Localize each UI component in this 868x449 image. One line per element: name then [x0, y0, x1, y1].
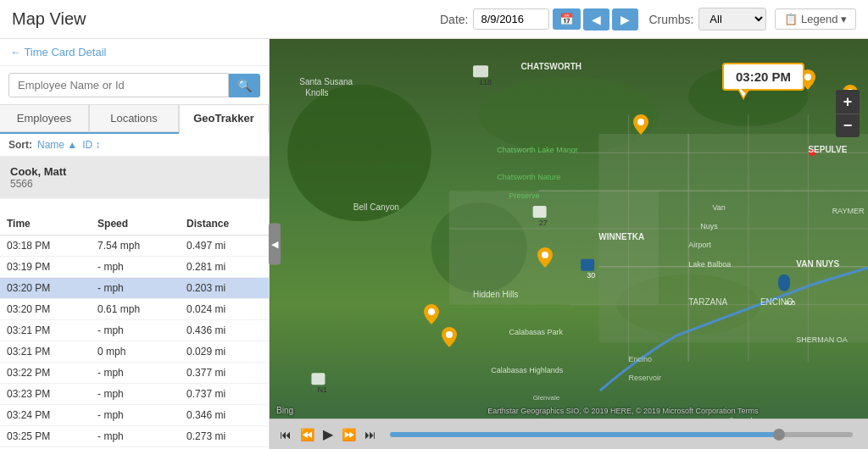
- map-attribution2: Earthstar Geographics SIO, © 2019 HERE, …: [487, 407, 758, 415]
- svg-rect-50: [311, 373, 325, 385]
- sort-name-button[interactable]: Name ▲: [37, 139, 77, 151]
- table-row[interactable]: 03:18 PM 7.54 mph 0.497 mi: [0, 236, 269, 257]
- table-row[interactable]: 03:20 PM - mph 0.203 mi: [0, 278, 269, 299]
- svg-text:Knolls: Knolls: [305, 88, 328, 97]
- cell-speed: - mph: [91, 405, 180, 426]
- table-row[interactable]: 03:23 PM - mph 0.737 mi: [0, 384, 269, 405]
- col-time: Time: [0, 213, 91, 236]
- svg-text:118: 118: [479, 78, 492, 86]
- prev-frame-button[interactable]: ⏪: [298, 426, 316, 443]
- svg-text:Van: Van: [712, 203, 725, 212]
- table-body: 03:18 PM 7.54 mph 0.497 mi 03:19 PM - mp…: [0, 236, 269, 447]
- cell-speed: - mph: [91, 320, 180, 341]
- table-header-row: Time Speed Distance: [0, 213, 269, 236]
- sort-label: Sort:: [8, 139, 32, 151]
- cell-distance: 0.273 mi: [180, 426, 269, 447]
- right-panel: Santa Susana Knolls CHATSWORTH Chatswort…: [270, 39, 868, 449]
- rewind-button[interactable]: ⏮: [278, 426, 293, 443]
- legend-icon: 📋: [784, 13, 798, 25]
- svg-point-58: [637, 119, 644, 125]
- calendar-button[interactable]: 📅: [553, 8, 581, 30]
- play-slider[interactable]: [390, 432, 853, 437]
- crumbs-select[interactable]: All: [698, 8, 766, 30]
- search-button[interactable]: 🔍: [229, 74, 260, 97]
- employee-name: Cook, Matt: [10, 165, 259, 178]
- cell-distance: 0.737 mi: [180, 384, 269, 405]
- svg-text:27: 27: [539, 219, 548, 227]
- left-wrapper: ← Time Card Detail 🔍 Employees Locations: [0, 39, 270, 449]
- map-marker-6[interactable]: [442, 327, 457, 350]
- prev-date-button[interactable]: ◀: [583, 8, 609, 30]
- crumbs-label: Crumbs:: [648, 13, 693, 26]
- svg-rect-46: [581, 259, 594, 271]
- table-row[interactable]: 03:25 PM - mph 0.273 mi: [0, 426, 269, 447]
- sort-id-button[interactable]: ID ↕: [82, 139, 100, 151]
- next-date-button[interactable]: ▶: [612, 8, 638, 30]
- map-marker-4[interactable]: [537, 247, 553, 270]
- map-area[interactable]: Santa Susana Knolls CHATSWORTH Chatswort…: [270, 39, 868, 419]
- back-link[interactable]: ← Time Card Detail: [0, 39, 269, 66]
- zoom-controls: + −: [836, 90, 860, 137]
- svg-text:RAYMER: RAYMER: [832, 207, 865, 215]
- cell-distance: 0.346 mi: [180, 405, 269, 426]
- svg-point-59: [804, 74, 811, 80]
- tooltip-time: 03:20 PM: [736, 69, 791, 84]
- cell-speed: - mph: [91, 384, 180, 405]
- map-tooltip: 03:20 PM: [722, 63, 804, 91]
- next-frame-button[interactable]: ⏩: [340, 426, 358, 443]
- svg-point-62: [428, 308, 435, 315]
- legend-button[interactable]: 📋 Legend ▾: [775, 8, 856, 30]
- cell-time: 03:23 PM: [0, 384, 91, 405]
- svg-point-1: [287, 85, 431, 221]
- employee-id: 5566: [10, 178, 259, 190]
- svg-rect-42: [473, 65, 488, 77]
- table-row[interactable]: 03:19 PM - mph 0.281 mi: [0, 257, 269, 278]
- search-icon: 🔍: [237, 79, 252, 92]
- table-row[interactable]: 03:21 PM - mph 0.436 mi: [0, 320, 269, 341]
- search-input[interactable]: [8, 73, 229, 97]
- cell-time: 03:24 PM: [0, 405, 91, 426]
- tab-employees[interactable]: Employees: [0, 104, 89, 132]
- svg-text:N1: N1: [317, 385, 327, 394]
- date-label: Date:: [440, 13, 468, 26]
- date-input[interactable]: [473, 8, 549, 30]
- svg-text:Santa Susana: Santa Susana: [299, 77, 353, 86]
- cell-distance: 0.203 mi: [180, 278, 269, 299]
- col-speed: Speed: [91, 213, 180, 236]
- svg-text:CHATSWORTH: CHATSWORTH: [521, 62, 581, 71]
- map-background: Santa Susana Knolls CHATSWORTH Chatswort…: [270, 39, 868, 419]
- table-row[interactable]: 03:20 PM 0.61 mph 0.024 mi: [0, 299, 269, 320]
- skip-end-button[interactable]: ⏭: [363, 426, 378, 443]
- app-container: Map View Date: 📅 ◀ ▶ Crumbs: All 📋 Legen…: [0, 0, 868, 449]
- svg-rect-48: [778, 274, 790, 291]
- tab-locations[interactable]: Locations: [89, 104, 179, 132]
- svg-text:30: 30: [587, 271, 595, 280]
- map-attribution: Bing: [276, 406, 293, 415]
- svg-text:Encino: Encino: [629, 355, 653, 363]
- svg-text:SEPULVE: SEPULVE: [808, 145, 847, 154]
- svg-text:Hidden Hills: Hidden Hills: [473, 290, 518, 299]
- cell-speed: 0.61 mph: [91, 299, 180, 320]
- map-marker-5[interactable]: [424, 304, 439, 327]
- chevron-down-icon: ▾: [841, 13, 847, 25]
- play-button[interactable]: ▶: [321, 424, 335, 444]
- svg-text:Calabasas Park: Calabasas Park: [509, 328, 563, 336]
- svg-text:Calabasas Highlands: Calabasas Highlands: [491, 366, 564, 374]
- svg-point-63: [446, 331, 453, 338]
- left-panel: ← Time Card Detail 🔍 Employees Locations: [0, 39, 270, 449]
- playbar: ⏮ ⏪ ▶ ⏩ ⏭: [270, 419, 868, 449]
- collapse-panel-button[interactable]: ◀: [269, 224, 281, 265]
- tab-geotrakker[interactable]: GeoTrakker: [179, 104, 269, 134]
- svg-text:VAN NUYS: VAN NUYS: [796, 259, 839, 269]
- page-title: Map View: [12, 9, 86, 29]
- map-marker-1[interactable]: [633, 114, 648, 137]
- table-row[interactable]: 03:24 PM - mph 0.346 mi: [0, 405, 269, 426]
- svg-text:Preserve: Preserve: [509, 191, 539, 200]
- zoom-in-button[interactable]: +: [836, 90, 860, 114]
- svg-text:Lake Balboa: Lake Balboa: [688, 260, 731, 269]
- table-row[interactable]: 03:22 PM - mph 0.377 mi: [0, 363, 269, 384]
- table-row[interactable]: 03:21 PM 0 mph 0.029 mi: [0, 341, 269, 363]
- zoom-out-button[interactable]: −: [836, 114, 860, 137]
- svg-text:Chatsworth Lake Manor: Chatsworth Lake Manor: [497, 146, 578, 154]
- employee-item[interactable]: Cook, Matt 5566: [0, 157, 269, 199]
